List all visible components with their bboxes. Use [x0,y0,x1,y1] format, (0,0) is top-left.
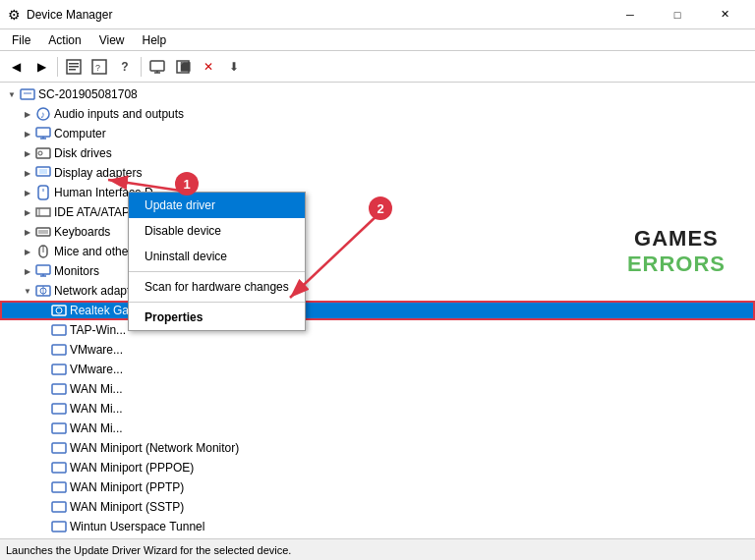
ctx-properties[interactable]: Properties [129,305,305,330]
network-expand[interactable]: ▼ [20,283,35,299]
tree-item-display[interactable]: ▶ Display adapters [0,163,755,183]
root-icon [20,86,35,102]
display-button[interactable] [145,55,169,79]
toolbar-sep-2 [141,57,142,77]
toolbar-sep-1 [57,57,58,77]
help-button[interactable]: ? [113,55,137,79]
tree-item-audio[interactable]: ▶ ♪ Audio inputs and outputs [0,104,755,124]
svg-rect-42 [52,384,66,394]
svg-rect-26 [36,228,50,236]
svg-rect-47 [52,482,66,492]
wan3-label: WAN Mi... [70,421,123,435]
wan1-label: WAN Mi... [70,382,123,396]
wan2-icon [51,401,67,417]
tree-root[interactable]: ▼ SC-201905081708 [0,84,755,104]
tap-label: TAP-Win... [70,323,126,337]
tree-item-disk[interactable]: ▶ Disk drives [0,143,755,163]
display-label: Display adapters [54,166,142,180]
wan-pptp-label: WAN Miniport (PPTP) [70,480,184,494]
wintun-icon [51,519,67,534]
svg-rect-1 [69,63,79,65]
tree-item-network[interactable]: ▼ Network adapters [0,281,755,301]
menu-action[interactable]: Action [40,31,88,49]
svg-rect-43 [52,404,66,414]
wintun-label: Wintun Userspace Tunnel [70,520,204,533]
back-button[interactable]: ◀ [4,55,28,79]
update-driver-button[interactable]: ? [87,55,111,79]
svg-text:⬛: ⬛ [180,61,191,73]
svg-rect-49 [52,522,66,532]
tree-item-wintun[interactable]: Wintun Userspace Tunnel [0,517,755,536]
title-bar: ⚙ Device Manager ─ □ ✕ [0,0,755,29]
computer-expand[interactable]: ▶ [20,126,35,141]
keyboards-label: Keyboards [54,225,110,239]
hid-expand[interactable]: ▶ [20,185,35,200]
disk-icon [35,145,51,161]
maximize-button[interactable]: □ [655,0,700,29]
wan-sstp-icon [51,499,67,515]
forward-button[interactable]: ▶ [29,55,53,79]
minimize-button[interactable]: ─ [608,0,653,29]
svg-rect-22 [38,186,48,199]
tree-item-wan-pppoe[interactable]: WAN Miniport (PPPOE) [0,458,755,477]
ctx-update-driver[interactable]: Update driver [129,193,305,218]
status-text: Launches the Update Driver Wizard for th… [6,544,291,556]
monitors-expand[interactable]: ▶ [20,263,35,279]
status-bar: Launches the Update Driver Wizard for th… [0,538,755,560]
tree-item-wan-pptp[interactable]: WAN Miniport (PPTP) [0,477,755,497]
tree-item-vmware1[interactable]: VMware... [0,340,755,360]
menu-view[interactable]: View [91,31,133,49]
ctx-uninstall-device[interactable]: Uninstall device [129,244,305,269]
tree-item-wan1[interactable]: WAN Mi... [0,379,755,399]
svg-rect-31 [36,265,50,274]
ide-expand[interactable]: ▶ [20,204,35,220]
wan2-label: WAN Mi... [70,402,123,416]
close-button[interactable]: ✕ [702,0,747,29]
mice-expand[interactable]: ▶ [20,244,35,259]
svg-rect-2 [69,66,79,68]
svg-rect-44 [52,423,66,433]
app-icon: ⚙ [8,7,21,23]
root-expand[interactable]: ▼ [4,86,20,102]
monitors-icon [35,263,51,279]
tree-item-computer[interactable]: ▶ Computer [0,124,755,143]
brand-games: GAMES [627,226,726,252]
wan-monitor-icon [51,440,67,456]
device-tree[interactable]: ▼ SC-201905081708 ▶ ♪ Audio inputs and o… [0,83,755,538]
menu-bar: File Action View Help [0,29,755,51]
monitors-label: Monitors [54,264,99,278]
disk-expand[interactable]: ▶ [20,145,35,161]
svg-point-19 [38,151,42,155]
scan-button[interactable]: ⬛ [171,55,195,79]
svg-rect-41 [52,364,66,374]
wan1-icon [51,381,67,397]
tree-item-wan3[interactable]: WAN Mi... [0,419,755,438]
ctx-scan-changes[interactable]: Scan for hardware changes [129,274,305,300]
tap-icon [51,322,67,338]
tree-item-vmware2[interactable]: VMware... [0,360,755,379]
keyboards-icon [35,224,51,240]
tree-item-tap[interactable]: TAP-Win... [0,320,755,340]
properties-button[interactable] [62,55,86,79]
uninstall-button[interactable]: ✕ [197,55,220,79]
brand-errors: ERRORS [627,252,726,277]
svg-rect-46 [52,463,66,473]
display-expand[interactable]: ▶ [20,165,35,181]
vmware2-icon [51,362,67,377]
tree-item-wan2[interactable]: WAN Mi... [0,399,755,419]
ctx-disable-device[interactable]: Disable device [129,218,305,244]
menu-help[interactable]: Help [135,31,175,49]
download-button[interactable]: ⬇ [222,55,246,79]
tree-item-wan-monitor[interactable]: WAN Miniport (Network Monitor) [0,438,755,458]
menu-file[interactable]: File [4,31,38,49]
tree-item-realtek[interactable]: Realtek Gaming GbE Family Controller [0,301,755,320]
wan-monitor-label: WAN Miniport (Network Monitor) [70,441,239,455]
svg-rect-11 [21,89,34,99]
ctx-separator [129,271,305,272]
ctx-separator-2 [129,302,305,303]
vmware1-icon [51,342,67,358]
keyboards-expand[interactable]: ▶ [20,224,35,240]
svg-rect-40 [52,345,66,355]
tree-item-wan-sstp[interactable]: WAN Miniport (SSTP) [0,497,755,517]
audio-expand[interactable]: ▶ [20,106,35,122]
